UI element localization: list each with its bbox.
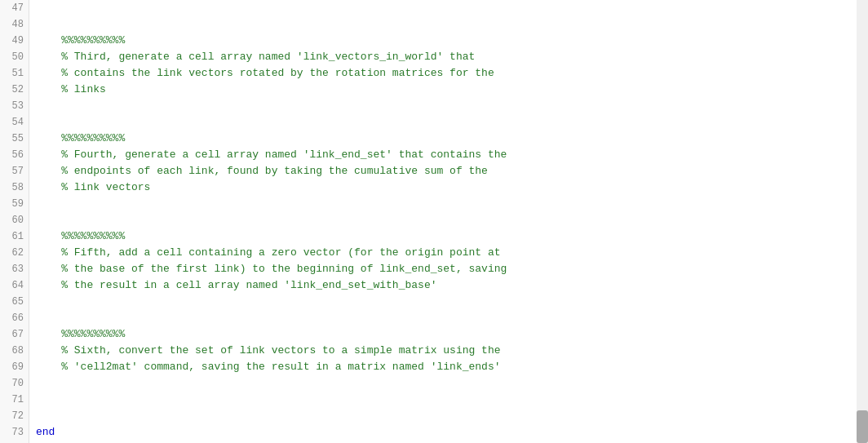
code-line: % Sixth, convert the set of link vectors… <box>36 343 868 359</box>
code-area[interactable]: %%%%%%%%%% % Third, generate a cell arra… <box>29 0 868 443</box>
code-line: % contains the link vectors rotated by t… <box>36 65 868 82</box>
code-line: % links <box>36 82 868 98</box>
line-number: 63 <box>0 261 29 277</box>
code-line: % Fourth, generate a cell array named 'l… <box>36 147 868 163</box>
line-number: 52 <box>0 82 29 98</box>
code-line: %%%%%%%%%% <box>36 33 868 49</box>
line-number: 58 <box>0 179 29 196</box>
scrollbar-thumb[interactable] <box>857 410 868 443</box>
line-number: 71 <box>0 392 29 408</box>
line-number: 66 <box>0 310 29 326</box>
code-line: %%%%%%%%%% <box>36 131 868 147</box>
code-line: % Fifth, add a cell containing a zero ve… <box>36 245 868 261</box>
code-line <box>36 212 868 228</box>
code-line: % Third, generate a cell array named 'li… <box>36 49 868 65</box>
line-number: 69 <box>0 359 29 375</box>
line-number: 59 <box>0 196 29 212</box>
line-number: 64 <box>0 277 29 294</box>
code-line: % 'cell2mat' command, saving the result … <box>36 359 868 375</box>
code-line <box>36 294 868 310</box>
line-number: 72 <box>0 408 29 424</box>
line-number: 54 <box>0 114 29 131</box>
code-line <box>36 196 868 212</box>
line-number: 53 <box>0 98 29 114</box>
line-number: 67 <box>0 326 29 343</box>
line-number: 61 <box>0 228 29 245</box>
line-number: 57 <box>0 163 29 179</box>
code-line <box>36 375 868 392</box>
code-line <box>36 98 868 114</box>
line-number: 70 <box>0 375 29 392</box>
line-number: 51 <box>0 65 29 82</box>
code-line: % link vectors <box>36 179 868 196</box>
line-number: 60 <box>0 212 29 228</box>
code-line <box>36 0 868 16</box>
code-line <box>36 392 868 408</box>
scrollbar-track[interactable] <box>857 0 868 443</box>
line-number: 47 <box>0 0 29 16</box>
code-editor: 4748495051525354555657585960616263646566… <box>0 0 868 443</box>
line-number: 68 <box>0 343 29 359</box>
line-number: 48 <box>0 16 29 33</box>
code-line <box>36 310 868 326</box>
line-number: 55 <box>0 131 29 147</box>
line-number: 62 <box>0 245 29 261</box>
line-number: 56 <box>0 147 29 163</box>
code-line <box>36 408 868 424</box>
code-line: %%%%%%%%%% <box>36 228 868 245</box>
line-number: 49 <box>0 33 29 49</box>
code-line: end <box>36 424 868 441</box>
code-line <box>36 114 868 131</box>
line-number-gutter: 4748495051525354555657585960616263646566… <box>0 0 29 443</box>
code-line: %%%%%%%%%% <box>36 326 868 343</box>
line-number: 73 <box>0 424 29 441</box>
code-line <box>36 16 868 33</box>
line-number: 50 <box>0 49 29 65</box>
code-line: % endpoints of each link, found by takin… <box>36 163 868 179</box>
line-number: 65 <box>0 294 29 310</box>
code-line: % the base of the first link) to the beg… <box>36 261 868 277</box>
code-line: % the result in a cell array named 'link… <box>36 277 868 294</box>
